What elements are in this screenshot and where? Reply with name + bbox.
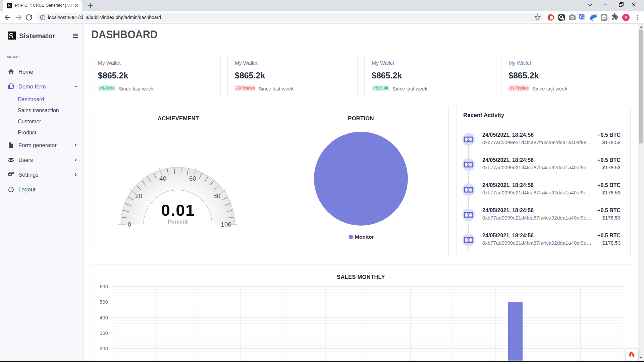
svg-text:LINE: LINE — [602, 16, 606, 18]
svg-text:Y: Y — [625, 15, 628, 20]
svg-text:S: S — [9, 31, 13, 40]
svg-text:G: G — [580, 15, 583, 19]
svg-text:S: S — [8, 3, 11, 8]
svg-text:Sistemator: Sistemator — [19, 32, 55, 40]
